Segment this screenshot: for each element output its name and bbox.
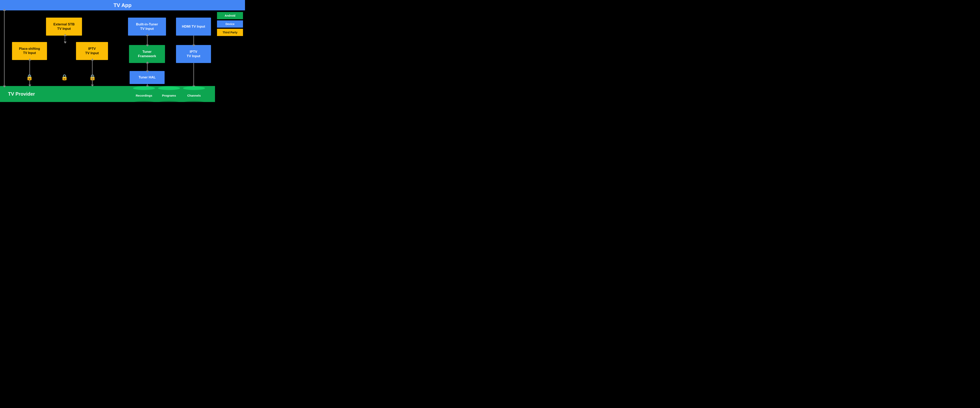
hdmi-down-arrow — [193, 36, 194, 45]
programs-cylinder: Programs — [158, 86, 180, 102]
tv-provider-footer: TV Provider — [0, 86, 215, 102]
tuner-framework-box: TunerFramework — [129, 45, 165, 63]
lock-icon-1: 🔒 — [26, 74, 33, 81]
framework-to-hal-arrow — [147, 63, 148, 71]
tuner-hal-box: Tuner HAL — [130, 71, 165, 84]
recordings-cylinder: Recordings — [133, 86, 155, 102]
tv-app-header: TV App — [0, 0, 245, 10]
iptv-right-box: IPTVTV Input — [176, 45, 211, 63]
legend-device: Device — [217, 21, 243, 28]
iptv-right-down-arrow — [193, 63, 194, 86]
hdmi-tv-input-box: HDMI TV Input — [176, 18, 211, 36]
tv-provider-title: TV Provider — [8, 91, 35, 97]
external-stb-box: External STBTV Input — [46, 18, 82, 36]
external-stb-dashed-arrow — [65, 36, 65, 42]
tv-app-title: TV App — [113, 2, 131, 8]
legend: Android Device Third Party — [217, 12, 243, 36]
hal-down-arrow — [147, 84, 148, 86]
iptv-left-box: IPTVTV Input — [76, 42, 108, 60]
built-in-tuner-box: Built-in-TunerTV Input — [128, 18, 166, 36]
main-vertical-arrow — [4, 10, 5, 86]
tuner-input-to-framework-arrow — [147, 36, 148, 45]
place-shifting-box: Place-shiftingTV Input — [12, 42, 47, 60]
place-shifting-arrow — [29, 60, 30, 85]
iptv-left-arrow — [92, 60, 92, 85]
channels-cylinder: Channels — [183, 86, 205, 102]
lock-icon-2: 🔒 — [61, 74, 68, 81]
legend-android: Android — [217, 12, 243, 19]
legend-thirdparty: Third Party — [217, 29, 243, 36]
